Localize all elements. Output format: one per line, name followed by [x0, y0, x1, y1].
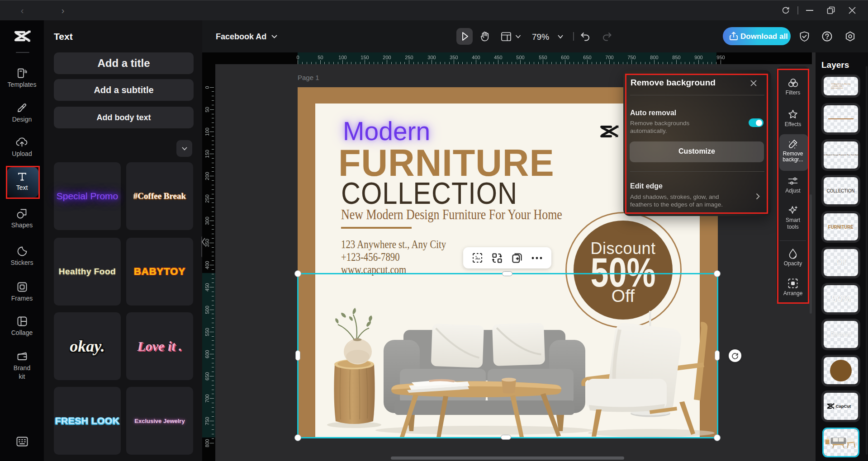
svg-text:CapCut: CapCut	[836, 404, 852, 409]
